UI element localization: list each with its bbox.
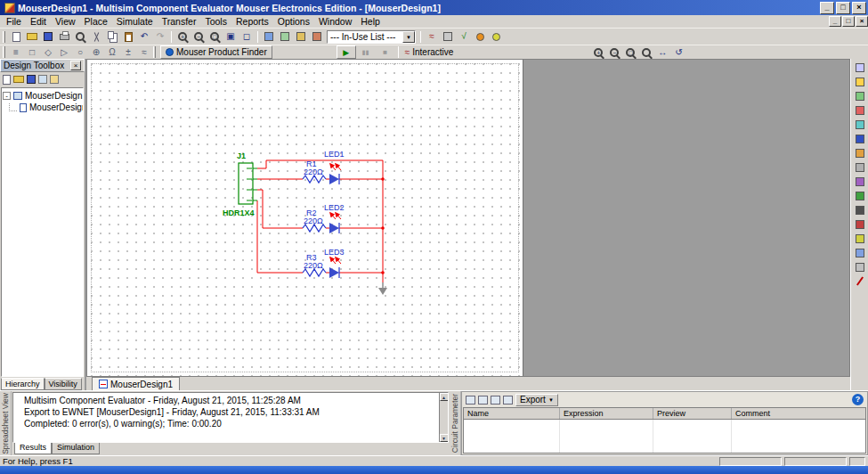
place-electromechanical-button[interactable] <box>852 260 867 274</box>
tree-root-row[interactable]: - MouserDesign1 <box>3 90 82 102</box>
place-component-button[interactable]: ≡ <box>8 45 24 60</box>
dangling-wire-arrow[interactable] <box>378 282 387 295</box>
run-simulation-button[interactable]: ▶ <box>337 45 356 59</box>
grapher-button[interactable]: ≈ <box>424 29 440 44</box>
tab-results[interactable]: Results <box>14 443 52 454</box>
r2-value-label[interactable]: 220Ω <box>304 217 323 225</box>
place-rf-button[interactable] <box>852 246 867 259</box>
place-advanced-peripherals-button[interactable] <box>852 232 867 245</box>
design-root-label[interactable]: MouserDesign1 <box>25 91 84 101</box>
place-indicator-button[interactable] <box>852 189 867 202</box>
spreadsheet-side-strip[interactable]: Spreadsheet View <box>0 391 12 455</box>
cut-button[interactable] <box>88 29 104 44</box>
menu-help[interactable]: Help <box>356 16 385 28</box>
mdi-minimize-button[interactable]: _ <box>829 16 841 27</box>
postprocessor-button[interactable] <box>440 29 456 44</box>
export-button[interactable]: Export ▼ <box>515 394 558 406</box>
led3-ref-label[interactable]: LED3 <box>324 248 345 257</box>
sheet-tab-mouserdesign1[interactable]: MouserDesign1 <box>92 377 180 390</box>
place-bus-button[interactable]: ◇ <box>40 45 56 60</box>
combo-dropdown-button[interactable]: ▼ <box>402 31 415 43</box>
menu-simulate[interactable]: Simulate <box>112 16 158 28</box>
graph-zoom-area-button[interactable]: □ <box>622 45 638 60</box>
graph-zoom-undo-button[interactable]: ↺ <box>670 45 686 60</box>
place-wire-button[interactable]: □ <box>24 45 40 60</box>
graph-zoom-out-button[interactable]: − <box>606 45 622 60</box>
place-misc-digital-button[interactable] <box>852 160 867 174</box>
parameters-grid[interactable]: Name Expression Preview Comment <box>463 407 866 454</box>
r1-value-label[interactable]: 220Ω <box>304 168 323 176</box>
r3-value-label[interactable]: 220Ω <box>304 261 323 270</box>
place-source-button[interactable] <box>852 61 867 74</box>
schematic-page-label[interactable]: MouserDesign1 <box>29 102 84 112</box>
column-name[interactable]: Name <box>464 408 560 419</box>
dt-new-icon[interactable] <box>3 75 11 85</box>
place-signal-button[interactable]: ≈ <box>136 45 152 60</box>
zoom-fit-button[interactable]: ▣ <box>223 29 239 44</box>
graph-zoom-width-button[interactable]: ↔ <box>654 45 670 60</box>
parameters-grid-body[interactable] <box>464 420 865 453</box>
pause-simulation-button[interactable]: ▮▮ <box>356 45 376 59</box>
connector-ref-label[interactable]: J1 <box>237 151 246 160</box>
menu-transfer[interactable]: Transfer <box>158 16 201 28</box>
place-graphics-button[interactable]: ⊕ <box>88 45 104 60</box>
mdi-restore-button[interactable]: □ <box>842 16 855 27</box>
led1-ref-label[interactable]: LED1 <box>324 150 345 159</box>
copy-parameter-icon[interactable] <box>491 396 500 405</box>
save-button[interactable] <box>40 29 56 44</box>
zoom-area-button[interactable]: □ <box>207 29 223 44</box>
copy-button[interactable] <box>104 29 120 44</box>
place-text-button[interactable]: ○ <box>72 45 88 60</box>
graph-zoom-in-button[interactable]: + <box>590 45 606 60</box>
toolbar-grip[interactable] <box>153 46 156 58</box>
place-resistor-button[interactable]: Ω <box>104 45 120 60</box>
maximize-button[interactable]: □ <box>836 2 850 14</box>
undo-button[interactable]: ↶ <box>136 29 152 44</box>
dt-save-icon[interactable] <box>27 75 36 84</box>
resistor-r1[interactable]: R1 220Ω <box>303 159 326 183</box>
paste-button[interactable] <box>120 29 136 44</box>
circuit-svg[interactable]: J1 HDR1X4 R1 220Ω <box>87 60 523 376</box>
zoom-out-button[interactable]: − <box>191 29 207 44</box>
dt-visibility-icon[interactable] <box>50 75 59 84</box>
interactive-analysis-button[interactable]: ≈ Interactive <box>402 45 458 59</box>
place-analog-button[interactable] <box>852 118 867 131</box>
design-toolbox-header[interactable]: Design Toolbox × <box>0 59 85 72</box>
place-power-button[interactable] <box>852 203 867 217</box>
electrical-rules-check-button[interactable]: √ <box>456 29 472 44</box>
column-preview[interactable]: Preview <box>653 408 732 419</box>
place-transistor-button[interactable] <box>852 103 867 117</box>
add-parameter-icon[interactable] <box>466 396 475 405</box>
connector-j1[interactable]: J1 HDR1X4 <box>223 151 257 217</box>
place-diode-button[interactable] <box>852 89 867 102</box>
tree-child-row[interactable]: MouserDesign1 <box>3 102 82 113</box>
results-log[interactable]: Multisim Component Evaluator - Friday, A… <box>12 392 449 443</box>
dt-hierarchy-icon[interactable] <box>38 75 47 84</box>
menu-window[interactable]: Window <box>314 16 356 28</box>
column-expression[interactable]: Expression <box>560 408 653 419</box>
print-button[interactable] <box>56 29 72 44</box>
title-bar[interactable]: MouserDesign1 - Multisim Component Evalu… <box>0 0 868 15</box>
toolbar-grip[interactable] <box>3 31 5 43</box>
place-cmos-button[interactable] <box>852 146 867 159</box>
scroll-down-button[interactable]: ▼ <box>440 434 449 442</box>
place-source-quick-button[interactable]: ± <box>120 45 136 60</box>
place-misc-button[interactable] <box>852 217 867 231</box>
led2-ref-label[interactable]: LED2 <box>324 203 345 212</box>
breadboard-view-button[interactable] <box>472 29 488 44</box>
place-basic-button[interactable] <box>852 75 867 88</box>
dt-open-icon[interactable] <box>13 76 24 83</box>
mdi-close-button[interactable]: × <box>856 16 868 27</box>
place-mixed-button[interactable] <box>852 175 867 188</box>
menu-reports[interactable]: Reports <box>231 16 273 28</box>
results-scrollbar[interactable]: ▲ ▼ <box>439 393 448 442</box>
menu-place[interactable]: Place <box>80 16 112 28</box>
resistor-r2[interactable]: R2 220Ω <box>303 208 326 232</box>
tab-simulation[interactable]: Simulation <box>52 443 100 454</box>
schematic-sheet[interactable]: J1 HDR1X4 R1 220Ω <box>87 60 523 376</box>
led-led3[interactable]: LED3 <box>324 248 345 278</box>
new-file-button[interactable] <box>8 29 24 44</box>
place-junction-button[interactable]: ▷ <box>56 45 72 60</box>
full-screen-button[interactable]: ◻ <box>239 29 255 44</box>
menu-file[interactable]: File <box>2 16 26 28</box>
